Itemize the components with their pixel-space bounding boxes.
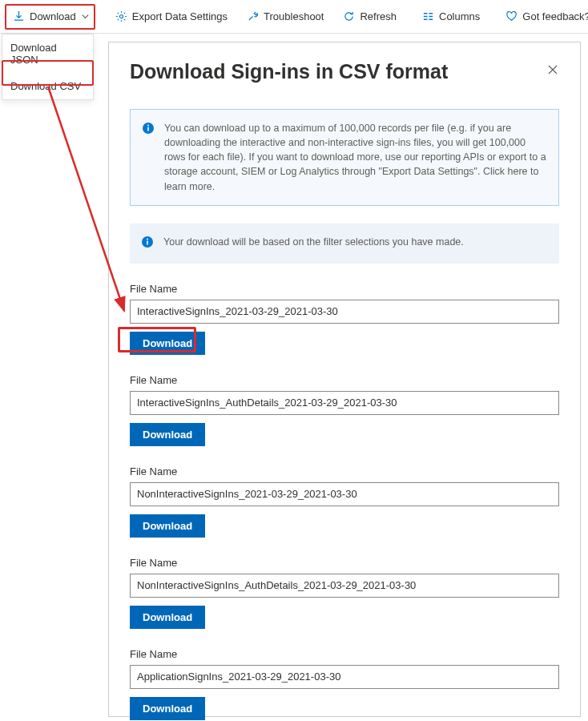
refresh-icon bbox=[343, 10, 355, 22]
file-section: File Name Download bbox=[130, 557, 559, 629]
file-label: File Name bbox=[130, 648, 559, 660]
file-section: File Name Download bbox=[130, 648, 559, 720]
file-section: File Name Download bbox=[130, 465, 559, 538]
download-button[interactable]: Download bbox=[130, 514, 205, 538]
file-name-input[interactable] bbox=[130, 300, 559, 324]
heart-icon bbox=[505, 10, 518, 22]
download-label: Download bbox=[30, 10, 76, 22]
download-button[interactable]: Download bbox=[130, 332, 205, 355]
download-panel: Download Sign-ins in CSV format You can … bbox=[108, 42, 581, 717]
refresh-label: Refresh bbox=[360, 10, 397, 22]
file-section: File Name Download bbox=[130, 374, 559, 446]
svg-rect-5 bbox=[147, 240, 148, 244]
info-max-records: You can download up to a maximum of 100,… bbox=[130, 109, 559, 206]
download-csv-item[interactable]: Download CSV bbox=[2, 73, 93, 99]
download-button[interactable]: Download bbox=[130, 697, 205, 720]
download-json-item[interactable]: Download JSON bbox=[2, 34, 93, 73]
info-icon bbox=[142, 122, 155, 194]
info-text: You can download up to a maximum of 100,… bbox=[164, 121, 547, 194]
info-filter: Your download will be based on the filte… bbox=[130, 224, 559, 264]
svg-point-0 bbox=[119, 14, 123, 18]
troubleshoot-button[interactable]: Troubleshoot bbox=[237, 0, 333, 33]
toolbar: Download Export Data Settings Troublesho… bbox=[0, 0, 588, 34]
download-button[interactable]: Download bbox=[130, 423, 205, 446]
file-section: File Name Download bbox=[130, 283, 559, 355]
download-menu-button[interactable]: Download bbox=[3, 0, 99, 33]
columns-button[interactable]: Columns bbox=[413, 0, 489, 33]
info-text: Your download will be based on the filte… bbox=[163, 235, 464, 252]
wrench-icon bbox=[247, 10, 259, 22]
columns-label: Columns bbox=[439, 10, 480, 22]
download-icon bbox=[13, 10, 25, 22]
panel-title: Download Sign-ins in CSV format bbox=[130, 60, 448, 83]
file-name-input[interactable] bbox=[130, 391, 559, 415]
feedback-label: Got feedback? bbox=[522, 10, 588, 22]
panel-body: You can download up to a maximum of 100,… bbox=[109, 109, 580, 721]
chevron-down-icon bbox=[81, 12, 90, 21]
refresh-button[interactable]: Refresh bbox=[333, 0, 406, 33]
svg-point-6 bbox=[147, 238, 148, 240]
file-label: File Name bbox=[130, 374, 559, 386]
columns-icon bbox=[422, 10, 434, 22]
file-label: File Name bbox=[130, 283, 559, 295]
troubleshoot-label: Troubleshoot bbox=[264, 10, 324, 22]
file-label: File Name bbox=[130, 465, 559, 477]
panel-header: Download Sign-ins in CSV format bbox=[109, 42, 580, 95]
export-label: Export Data Settings bbox=[132, 10, 228, 22]
file-name-input[interactable] bbox=[130, 665, 559, 689]
file-name-input[interactable] bbox=[130, 482, 559, 506]
svg-rect-2 bbox=[147, 127, 149, 131]
file-label: File Name bbox=[130, 557, 559, 569]
gear-icon bbox=[115, 10, 127, 22]
feedback-button[interactable]: Got feedback? bbox=[496, 0, 588, 33]
svg-point-3 bbox=[147, 125, 149, 127]
info-icon bbox=[141, 236, 154, 252]
file-name-input[interactable] bbox=[130, 574, 559, 598]
download-button[interactable]: Download bbox=[130, 606, 205, 629]
export-settings-button[interactable]: Export Data Settings bbox=[106, 0, 237, 33]
close-icon[interactable] bbox=[546, 63, 559, 80]
download-dropdown: Download JSON Download CSV bbox=[2, 34, 94, 100]
